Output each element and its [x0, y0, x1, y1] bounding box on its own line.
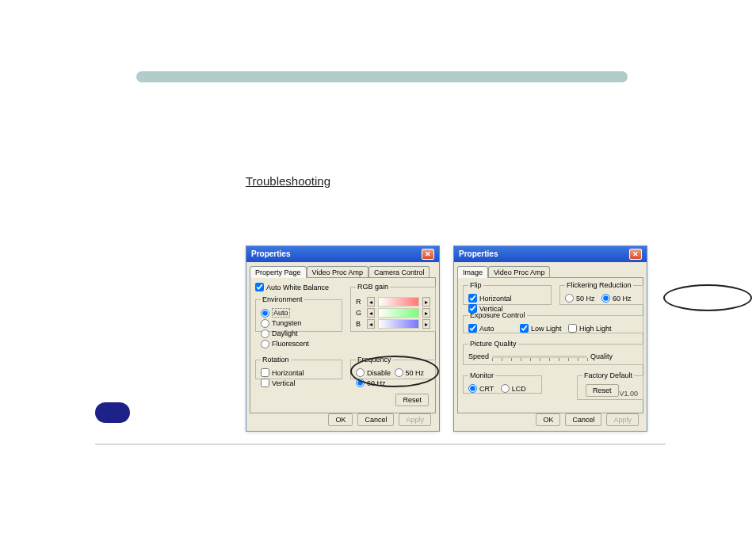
- exposure-legend: Exposure Control: [468, 311, 527, 319]
- freq-60hz-radio[interactable]: 60 Hz: [356, 379, 386, 387]
- monitor-crt-radio[interactable]: CRT: [468, 384, 494, 393]
- env-auto-radio[interactable]: Auto: [261, 308, 290, 318]
- pq-slider[interactable]: [492, 356, 587, 358]
- close-icon[interactable]: ✕: [629, 249, 642, 260]
- env-tungsten-radio[interactable]: Tungsten: [261, 319, 301, 328]
- environment-group: Environment Auto Tungsten Daylight Fluor…: [255, 295, 342, 332]
- properties-dialog-1: Properties ✕ Property Page Video Proc Am…: [246, 246, 440, 432]
- highlight-circle-flicker: [663, 284, 752, 311]
- auto-white-balance-checkbox[interactable]: Auto White Balance: [255, 283, 329, 291]
- section-heading-troubleshooting: Troubleshooting: [246, 174, 330, 188]
- section-underline: [246, 198, 249, 211]
- pq-quality-label: Quality: [590, 352, 613, 360]
- pq-speed-label: Speed: [468, 352, 489, 360]
- close-icon[interactable]: ✕: [422, 249, 434, 260]
- exposure-high-checkbox[interactable]: High Light: [568, 324, 612, 333]
- rotation-legend: Rotation: [261, 356, 291, 364]
- version-label: V1.00: [619, 390, 638, 398]
- g-label: G: [356, 309, 364, 317]
- titlebar[interactable]: Properties ✕: [246, 246, 439, 262]
- flicker-legend: Flickering Reduction: [565, 281, 633, 289]
- rgb-gain-group: RGB gain R ◂ ▸ G ◂ ▸ B ◂ ▸: [350, 283, 436, 332]
- dialog-buttons: OK Cancel Apply: [328, 413, 431, 426]
- tab-image[interactable]: Image: [457, 266, 488, 278]
- monitor-group: Monitor CRT LCD: [463, 371, 542, 394]
- g-slider[interactable]: [378, 308, 419, 318]
- panel: Flip Horizontal Vertical Flickering Redu…: [457, 277, 643, 413]
- tab-video-proc-amp[interactable]: Video Proc Amp: [488, 266, 550, 278]
- r-dec-button[interactable]: ◂: [367, 297, 375, 306]
- fd-legend: Factory Default: [582, 371, 634, 379]
- env-fluorescent-radio[interactable]: Fluorescent: [261, 340, 309, 348]
- page-divider: [95, 444, 666, 445]
- picture-quality-group: Picture Quality Speed Quality: [463, 340, 643, 365]
- exposure-control-group: Exposure Control Auto Low Light High Lig…: [463, 311, 643, 333]
- page-number-badge: [95, 402, 130, 423]
- b-inc-button[interactable]: ▸: [422, 319, 430, 329]
- b-label: B: [356, 320, 364, 328]
- reset-button[interactable]: Reset: [395, 394, 429, 406]
- rotation-vertical-checkbox[interactable]: Vertical: [261, 379, 296, 387]
- flip-group: Flip Horizontal Vertical: [463, 281, 552, 305]
- tabstrip: Image Video Proc Amp: [454, 262, 647, 277]
- monitor-legend: Monitor: [468, 371, 495, 379]
- tab-property-page[interactable]: Property Page: [250, 266, 307, 278]
- tab-video-proc-amp[interactable]: Video Proc Amp: [307, 266, 368, 278]
- page-header-bar: [136, 71, 628, 82]
- ok-button[interactable]: OK: [328, 413, 353, 426]
- properties-dialog-2: Properties ✕ Image Video Proc Amp Flip H…: [453, 246, 647, 432]
- flickering-reduction-group: Flickering Reduction 50 Hz 60 Hz: [559, 281, 643, 305]
- titlebar-text: Properties: [459, 246, 498, 262]
- cancel-button[interactable]: Cancel: [565, 413, 601, 426]
- g-dec-button[interactable]: ◂: [367, 308, 375, 318]
- apply-button: Apply: [399, 413, 431, 426]
- r-inc-button[interactable]: ▸: [422, 297, 430, 306]
- freq-50hz-radio[interactable]: 50 Hz: [395, 368, 425, 377]
- env-daylight-radio[interactable]: Daylight: [261, 329, 298, 338]
- r-slider-row: R ◂ ▸: [356, 297, 430, 306]
- environment-legend: Environment: [261, 295, 304, 303]
- panel: Auto White Balance Environment Auto Tung…: [250, 277, 436, 413]
- ok-button[interactable]: OK: [536, 413, 560, 426]
- rotation-group: Rotation Horizontal Vertical: [255, 356, 342, 379]
- g-inc-button[interactable]: ▸: [422, 308, 430, 318]
- dialog-buttons: OK Cancel Apply: [536, 413, 639, 426]
- tabstrip: Property Page Video Proc Amp Camera Cont…: [246, 262, 439, 277]
- apply-button: Apply: [606, 413, 639, 426]
- cancel-button[interactable]: Cancel: [357, 413, 394, 426]
- r-label: R: [356, 298, 364, 306]
- awb-label: Auto White Balance: [266, 284, 329, 291]
- factory-reset-button[interactable]: Reset: [586, 384, 619, 397]
- frequency-legend: Frequency: [356, 356, 393, 364]
- titlebar-text: Properties: [251, 246, 290, 262]
- rgb-legend: RGB gain: [356, 283, 390, 291]
- flip-legend: Flip: [468, 281, 483, 289]
- flicker-60hz-radio[interactable]: 60 Hz: [601, 294, 632, 303]
- exposure-auto-checkbox[interactable]: Auto: [468, 324, 494, 333]
- rotation-horizontal-checkbox[interactable]: Horizontal: [261, 368, 304, 377]
- b-slider[interactable]: [378, 319, 419, 329]
- flicker-50hz-radio[interactable]: 50 Hz: [565, 294, 595, 303]
- factory-default-group: Factory Default Reset V1.00: [577, 371, 643, 400]
- b-slider-row: B ◂ ▸: [356, 319, 430, 329]
- g-slider-row: G ◂ ▸: [356, 308, 430, 318]
- titlebar[interactable]: Properties ✕: [454, 246, 647, 262]
- tab-camera-control[interactable]: Camera Control: [368, 266, 430, 278]
- flip-horizontal-checkbox[interactable]: Horizontal: [468, 294, 512, 303]
- monitor-lcd-radio[interactable]: LCD: [501, 384, 526, 393]
- r-slider[interactable]: [378, 297, 419, 306]
- freq-disable-radio[interactable]: Disable: [356, 368, 391, 377]
- awb-input[interactable]: [255, 283, 264, 291]
- pq-legend: Picture Quality: [468, 340, 518, 348]
- frequency-group: Frequency Disable 50 Hz 60 Hz: [350, 356, 436, 379]
- exposure-low-checkbox[interactable]: Low Light: [520, 324, 562, 333]
- b-dec-button[interactable]: ◂: [367, 319, 375, 329]
